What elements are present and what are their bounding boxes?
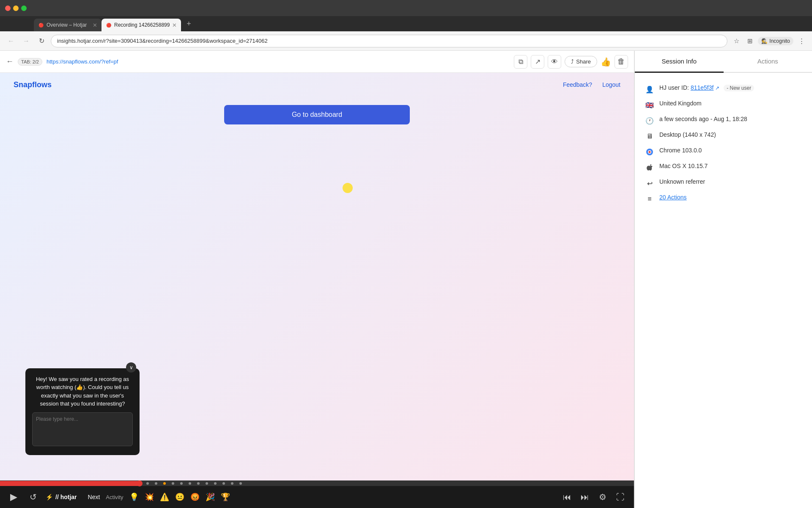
sidebar-content: 👤 HJ user ID: 811e5f3f ↗ - New user 🇬🇧 U… <box>635 73 812 508</box>
back-button[interactable]: ← <box>6 57 14 66</box>
progress-marker <box>231 482 233 485</box>
browser-window: 🔴 Overview – Hotjar ✕ 🔴 Recording 142662… <box>0 0 812 508</box>
recorded-url[interactable]: https://snapflows.com/?ref=pf <box>47 58 510 65</box>
logout-link[interactable]: Logout <box>602 81 620 88</box>
progress-marker <box>222 482 225 485</box>
external-icon: ↗ <box>535 58 540 66</box>
share-icon: ⤴ <box>571 58 574 65</box>
main-area: ← TAB: 2/2 https://snapflows.com/?ref=pf… <box>0 51 812 508</box>
sidebar-tabs: Session Info Actions <box>635 51 812 73</box>
progress-marker <box>197 482 200 485</box>
external-link-button[interactable]: ↗ <box>531 55 544 69</box>
skip-forward-button[interactable]: ⏭ <box>578 490 592 504</box>
browser-content: Chrome 103.0.0 <box>659 147 802 154</box>
refresh-button[interactable]: ↻ <box>36 35 47 47</box>
tab1-favicon: 🔴 <box>38 22 44 28</box>
emoji-warning[interactable]: ⚠️ <box>160 492 169 502</box>
share-button[interactable]: ⤴ Share <box>565 56 597 67</box>
next-button[interactable]: Next <box>88 494 100 500</box>
emoji-rage[interactable]: 💥 <box>145 492 154 502</box>
bookmark-icon[interactable]: ☆ <box>731 36 742 47</box>
back-icon: ← <box>6 57 14 66</box>
traffic-lights <box>5 6 27 11</box>
hj-user-label: HJ user ID: <box>659 84 689 91</box>
extension-icon[interactable]: ⊞ <box>744 36 755 47</box>
timestamp-content: a few seconds ago - Aug 1, 18:28 <box>659 116 802 122</box>
svg-point-2 <box>649 151 651 153</box>
address-bar: ← → ↻ insights.hotjar.com/r?site=3090413… <box>0 31 812 51</box>
referrer-text: Unknown referrer <box>659 178 705 185</box>
device-row: 🖥 Desktop (1440 x 742) <box>645 128 802 144</box>
actions-icon: ≡ <box>645 194 654 204</box>
feedback-input[interactable] <box>32 412 133 446</box>
url-bar[interactable]: insights.hotjar.com/r?site=3090413&recor… <box>51 35 727 47</box>
referrer-row: ↩ Unknown referrer <box>645 175 802 191</box>
os-text: Mac OS X 10.15.7 <box>659 163 708 169</box>
tab-overview[interactable]: 🔴 Overview – Hotjar ✕ <box>34 19 102 31</box>
recorded-page: Snapflows Feedback? Logout Go to dashboa… <box>0 73 634 480</box>
hotjar-logo-text: // hotjar <box>55 494 77 500</box>
eye-button[interactable]: 👁 <box>548 55 561 69</box>
progress-bar[interactable] <box>0 481 634 486</box>
tab-recording[interactable]: 🔴 Recording 14266258899 ✕ <box>102 19 181 31</box>
country-content: United Kingdom <box>659 100 802 107</box>
menu-icon[interactable]: ⋮ <box>796 36 807 47</box>
country-name: United Kingdom <box>659 100 702 107</box>
title-bar <box>0 0 812 16</box>
actions-count-link[interactable]: 20 Actions <box>659 194 687 201</box>
settings-button[interactable]: ⚙ <box>596 490 609 504</box>
play-button[interactable]: ▶ <box>7 490 20 504</box>
cursor-position <box>343 183 353 193</box>
progress-marker <box>214 482 217 485</box>
fullscreen-button[interactable]: ⛶ <box>614 490 627 504</box>
copy-url-button[interactable]: ⧉ <box>514 55 527 69</box>
progress-marker <box>146 482 149 485</box>
tab1-title: Overview – Hotjar <box>47 22 90 28</box>
hj-user-id-link[interactable]: 811e5f3f <box>691 84 714 91</box>
progress-marker <box>155 482 157 485</box>
apple-icon <box>645 163 654 172</box>
external-link-icon[interactable]: ↗ <box>715 85 719 91</box>
tab2-close-icon[interactable]: ✕ <box>172 22 177 28</box>
user-icon: 👤 <box>645 85 654 94</box>
snapflows-navbar: Snapflows Feedback? Logout <box>0 73 634 97</box>
tab-actions[interactable]: Actions <box>724 51 812 73</box>
tab-session-info[interactable]: Session Info <box>635 51 724 73</box>
progress-marker-warning <box>163 482 166 485</box>
emoji-angry[interactable]: 😡 <box>190 492 200 502</box>
rewind-button[interactable]: ↺ <box>26 490 40 504</box>
device-text: Desktop (1440 x 742) <box>659 131 716 138</box>
tabs-bar: 🔴 Overview – Hotjar ✕ 🔴 Recording 142662… <box>0 16 812 31</box>
forward-nav-button[interactable]: → <box>20 35 32 47</box>
back-nav-button[interactable]: ← <box>5 35 17 47</box>
hj-user-content: HJ user ID: 811e5f3f ↗ - New user <box>659 84 802 91</box>
controls-right: ⏮ ⏭ ⚙ ⛶ <box>560 490 627 504</box>
controls-bar: ▶ ↺ ⚡ // hotjar Next Activity 💡 💥 ⚠️ 😐 😡… <box>0 486 634 508</box>
popup-toggle-button[interactable]: ∨ <box>126 362 136 373</box>
tab1-close-icon[interactable]: ✕ <box>93 22 97 28</box>
os-row: Mac OS X 10.15.7 <box>645 160 802 175</box>
feedback-link[interactable]: Feedback? <box>563 81 592 88</box>
dashboard-btn-wrapper: Go to dashboard <box>0 105 634 124</box>
go-to-dashboard-button[interactable]: Go to dashboard <box>224 105 410 124</box>
emoji-bulb[interactable]: 💡 <box>129 492 139 502</box>
toolbar-actions: ⧉ ↗ 👁 ⤴ Share 👍 🗑 <box>514 55 628 69</box>
url-text: insights.hotjar.com/r?site=3090413&recor… <box>57 38 268 44</box>
right-sidebar: Session Info Actions 👤 HJ user ID: 811e5… <box>634 51 812 508</box>
new-tab-button[interactable]: + <box>183 18 195 30</box>
incognito-button[interactable]: 🕵 Incognito <box>758 37 793 45</box>
referrer-content: Unknown referrer <box>659 178 802 185</box>
emoji-party[interactable]: 🎉 <box>206 492 215 502</box>
emoji-trophy[interactable]: 🏆 <box>221 492 230 502</box>
delete-button[interactable]: 🗑 <box>614 55 628 69</box>
progress-marker <box>189 482 191 485</box>
minimize-button[interactable] <box>13 6 19 11</box>
skip-back-button[interactable]: ⏮ <box>560 490 574 504</box>
monitor-icon: 🖥 <box>645 132 654 141</box>
emoji-neutral[interactable]: 😐 <box>175 492 184 502</box>
progress-marker <box>180 482 183 485</box>
thumbsup-button[interactable]: 👍 <box>601 57 611 67</box>
maximize-button[interactable] <box>21 6 27 11</box>
share-label: Share <box>576 58 591 65</box>
close-button[interactable] <box>5 6 11 11</box>
